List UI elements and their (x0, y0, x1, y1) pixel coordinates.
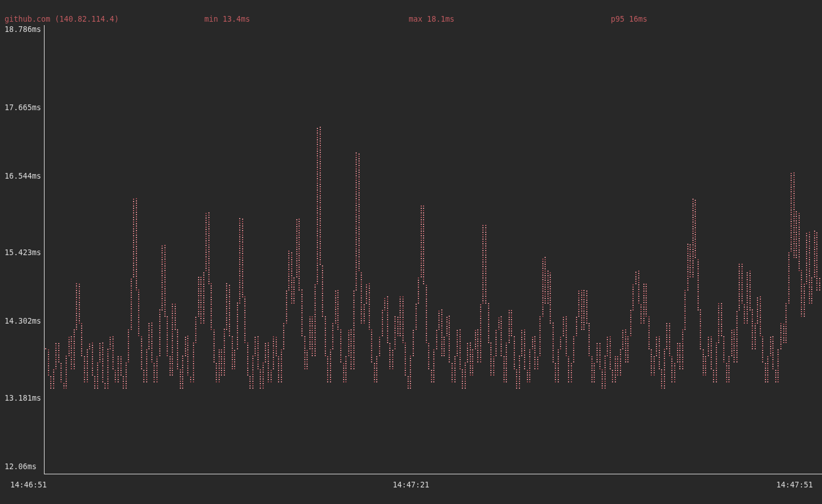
y-tick-label-6: 12.06ms (5, 462, 37, 471)
min-stat-label: min 13.4ms (204, 15, 250, 24)
x-axis-line (44, 474, 822, 474)
latency-series-canvas (0, 0, 822, 504)
max-stat-label: max 18.1ms (409, 15, 454, 24)
y-tick-label-1: 17.665ms (5, 103, 41, 112)
y-tick-label-5: 13.181ms (5, 394, 41, 403)
x-tick-label-middle: 14:47:21 (393, 481, 429, 490)
y-tick-label-3: 15.423ms (5, 248, 41, 257)
y-tick-label-4: 14.302ms (5, 317, 41, 326)
p95-stat-label: p95 16ms (611, 15, 647, 24)
gping-terminal: github.com (140.82.114.4) min 13.4ms max… (0, 0, 822, 504)
x-tick-label-end: 14:47:51 (776, 481, 813, 490)
host-label: github.com (140.82.114.4) (5, 15, 119, 24)
y-tick-label-2: 16.544ms (5, 172, 41, 181)
y-tick-label-0: 18.786ms (5, 25, 41, 34)
y-axis-line (44, 25, 45, 474)
x-tick-label-start: 14:46:51 (10, 481, 47, 490)
